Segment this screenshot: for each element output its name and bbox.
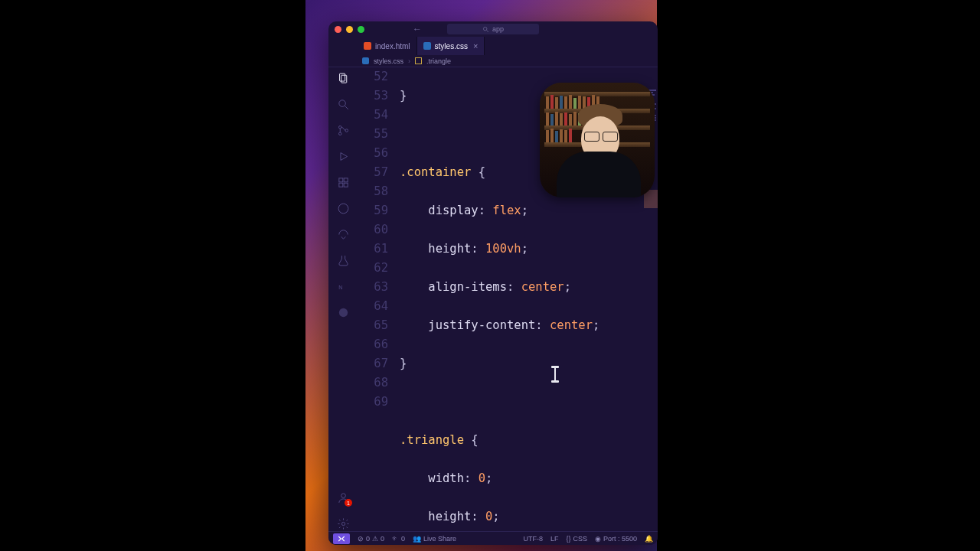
error-icon: ⊘ bbox=[358, 535, 364, 543]
line-number-gutter: 525354 555657 585960 616263 646566 67686… bbox=[358, 67, 396, 412]
svg-point-4 bbox=[338, 99, 345, 106]
source-control-icon[interactable] bbox=[335, 122, 351, 138]
minimize-window-button[interactable] bbox=[346, 26, 353, 33]
activity-bar: N 1 bbox=[328, 67, 358, 531]
warning-icon: ⚠ bbox=[372, 535, 378, 543]
run-debug-icon[interactable] bbox=[335, 148, 351, 164]
search-placeholder: app bbox=[492, 25, 504, 33]
svg-rect-12 bbox=[338, 183, 342, 187]
github-icon[interactable] bbox=[335, 201, 351, 216]
tab-label: index.html bbox=[375, 42, 410, 51]
tab-label: styles.css bbox=[435, 42, 468, 51]
svg-marker-9 bbox=[340, 152, 347, 160]
status-ports[interactable]: ᯤ0 bbox=[392, 535, 405, 543]
fullscreen-window-button[interactable] bbox=[358, 26, 364, 33]
explorer-icon[interactable] bbox=[335, 70, 351, 86]
status-port[interactable]: ◉ Port : 5500 bbox=[595, 535, 637, 543]
status-problems[interactable]: ⊘0 ⚠0 bbox=[358, 535, 384, 543]
nx-icon[interactable]: N bbox=[335, 279, 351, 294]
svg-point-7 bbox=[338, 132, 341, 135]
svg-point-0 bbox=[483, 27, 487, 31]
status-live-share[interactable]: 👥Live Share bbox=[413, 535, 456, 543]
chevron-right-icon: › bbox=[408, 57, 410, 65]
command-center-search[interactable]: app bbox=[447, 24, 539, 34]
svg-rect-10 bbox=[338, 178, 342, 181]
search-icon[interactable] bbox=[335, 96, 351, 112]
tab-bar-offset bbox=[328, 37, 358, 55]
search-icon bbox=[482, 26, 489, 33]
svg-point-17 bbox=[341, 493, 345, 497]
remote-icon bbox=[337, 535, 346, 543]
tab-index-html[interactable]: index.html bbox=[358, 37, 417, 55]
css-file-icon bbox=[362, 57, 369, 64]
svg-point-6 bbox=[338, 126, 341, 129]
close-tab-button[interactable]: × bbox=[473, 41, 478, 51]
svg-point-16 bbox=[338, 308, 347, 316]
docker-icon[interactable] bbox=[335, 305, 351, 320]
live-share-icon: 👥 bbox=[413, 535, 421, 543]
svg-rect-11 bbox=[344, 178, 348, 181]
account-badge: 1 bbox=[345, 499, 352, 507]
tab-bar: index.html styles.css × bbox=[328, 37, 658, 55]
svg-line-5 bbox=[345, 106, 348, 109]
svg-point-18 bbox=[341, 522, 345, 525]
extensions-icon[interactable] bbox=[335, 174, 351, 190]
nav-back-button[interactable]: ← bbox=[413, 24, 422, 34]
vscode-window: ← app index.html styles.css × styles.css… bbox=[328, 21, 658, 545]
testing-icon[interactable] bbox=[335, 253, 351, 268]
svg-point-8 bbox=[345, 129, 348, 132]
antenna-icon: ᯤ bbox=[392, 535, 399, 543]
status-encoding[interactable]: UTF-8 bbox=[523, 535, 543, 543]
status-eol[interactable]: LF bbox=[550, 535, 559, 543]
window-controls bbox=[335, 26, 364, 33]
svg-rect-3 bbox=[341, 75, 346, 83]
breadcrumb-bar[interactable]: styles.css › .triangle bbox=[328, 55, 658, 67]
editor-body: N 1 525354 555657 585960 616263 646566 6… bbox=[328, 67, 658, 531]
svg-text:N: N bbox=[338, 285, 342, 291]
broadcast-icon: ◉ bbox=[595, 535, 601, 543]
remote-explorer-icon[interactable] bbox=[335, 227, 351, 242]
breadcrumb-file[interactable]: styles.css bbox=[374, 57, 403, 65]
text-cursor-icon bbox=[549, 366, 561, 383]
accounts-icon[interactable]: 1 bbox=[335, 490, 351, 505]
svg-point-14 bbox=[338, 204, 348, 214]
css-selector-icon bbox=[415, 57, 422, 64]
status-notifications-icon[interactable]: 🔔 bbox=[645, 535, 653, 543]
breadcrumb-symbol[interactable]: .triangle bbox=[426, 57, 451, 65]
svg-rect-13 bbox=[344, 183, 348, 187]
tab-styles-css[interactable]: styles.css × bbox=[417, 37, 485, 55]
braces-icon: {} bbox=[566, 535, 570, 543]
css-file-icon bbox=[423, 42, 431, 50]
svg-rect-2 bbox=[339, 73, 345, 81]
remote-indicator[interactable] bbox=[333, 533, 350, 544]
close-window-button[interactable] bbox=[335, 26, 341, 33]
settings-gear-icon[interactable] bbox=[335, 516, 351, 531]
svg-line-1 bbox=[487, 30, 488, 31]
status-language[interactable]: {} CSS bbox=[566, 535, 587, 543]
titlebar: ← app bbox=[328, 21, 658, 37]
status-bar: ⊘0 ⚠0 ᯤ0 👥Live Share UTF-8 LF {} CSS ◉ P… bbox=[328, 531, 658, 545]
html-file-icon bbox=[364, 42, 371, 50]
webcam-overlay bbox=[540, 83, 655, 197]
